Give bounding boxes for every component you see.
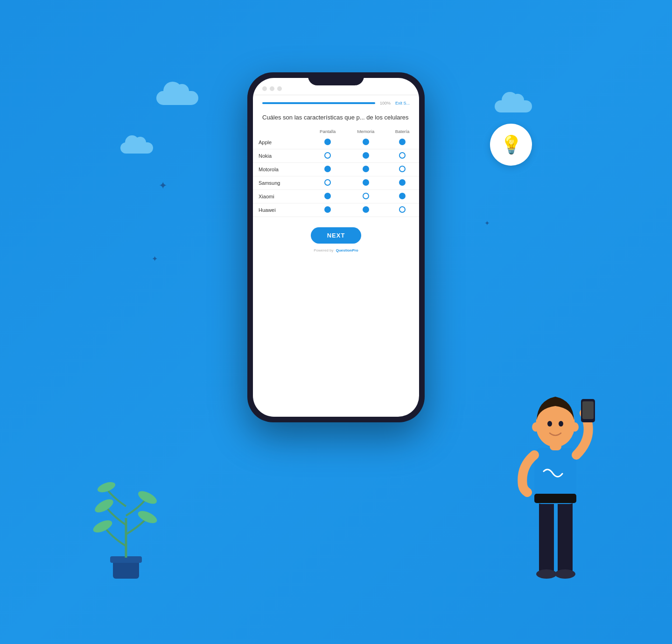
brand-cell: Xiaomi	[253, 189, 309, 203]
bateria-cell[interactable]	[385, 149, 419, 162]
phone-notch	[308, 72, 364, 85]
radio-empty-icon	[324, 179, 331, 186]
brand-cell: Apple	[253, 136, 309, 149]
pantalla-cell[interactable]	[309, 149, 346, 162]
table-row: Samsung	[253, 176, 419, 189]
svg-rect-7	[539, 499, 554, 574]
bateria-cell[interactable]	[385, 176, 419, 189]
radio-filled-icon	[363, 166, 369, 172]
svg-point-17	[559, 421, 563, 427]
person-illustration	[499, 355, 611, 597]
memoria-cell[interactable]	[346, 136, 385, 149]
table-row: Apple	[253, 136, 419, 149]
pantalla-cell[interactable]	[309, 162, 346, 176]
svg-point-16	[547, 421, 552, 427]
radio-filled-icon	[363, 179, 369, 186]
pantalla-cell[interactable]	[309, 203, 346, 217]
svg-point-18	[532, 422, 539, 432]
radio-filled-icon	[399, 179, 406, 186]
cloud-1	[156, 91, 198, 105]
exit-button[interactable]: Exit S...	[395, 101, 410, 105]
lightbulb-bubble: 💡	[490, 124, 532, 166]
bateria-cell[interactable]	[385, 136, 419, 149]
brand-cell: Motorola	[253, 162, 309, 176]
bateria-cell[interactable]	[385, 162, 419, 176]
radio-filled-icon	[324, 139, 331, 145]
cloud-2	[120, 142, 153, 154]
table-row: Xiaomi	[253, 189, 419, 203]
sparkle-2: ✦	[152, 254, 158, 263]
dot-1	[262, 86, 267, 91]
radio-empty-icon	[399, 166, 406, 172]
memoria-cell[interactable]	[346, 189, 385, 203]
col-header-brand	[253, 127, 309, 136]
svg-point-5	[136, 509, 159, 526]
svg-rect-8	[558, 499, 573, 574]
col-header-pantalla: Pantalla	[309, 127, 346, 136]
radio-filled-icon	[363, 139, 369, 145]
svg-rect-20	[534, 494, 576, 503]
next-button[interactable]: NEXT	[311, 227, 362, 244]
pantalla-cell[interactable]	[309, 136, 346, 149]
svg-point-19	[571, 422, 579, 432]
memoria-cell[interactable]	[346, 203, 385, 217]
radio-empty-icon	[399, 152, 406, 159]
svg-point-6	[136, 489, 159, 506]
bateria-cell[interactable]	[385, 189, 419, 203]
radio-filled-icon	[324, 193, 331, 199]
plant-decoration	[89, 453, 163, 583]
dot-3	[277, 86, 282, 91]
powered-by-section: Powered by QuestionPro	[253, 248, 419, 258]
svg-point-4	[96, 480, 117, 495]
table-row: Nokia	[253, 149, 419, 162]
radio-filled-icon	[399, 139, 406, 145]
radio-filled-icon	[363, 206, 369, 213]
table-row: Huawei	[253, 203, 419, 217]
svg-point-9	[536, 569, 557, 579]
phone-screen: 100% Exit S... Cuáles son las caracterís…	[253, 78, 419, 417]
powered-by-text: Powered by	[314, 248, 333, 252]
progress-label: 100%	[380, 101, 391, 105]
phone-mockup: 100% Exit S... Cuáles son las caracterís…	[247, 72, 425, 422]
svg-point-3	[93, 497, 115, 515]
radio-filled-icon	[363, 152, 369, 159]
svg-point-10	[555, 569, 575, 579]
radio-filled-icon	[324, 166, 331, 172]
table-row: Motorola	[253, 162, 419, 176]
pantalla-cell[interactable]	[309, 176, 346, 189]
brand-cell: Nokia	[253, 149, 309, 162]
radio-empty-icon	[324, 152, 331, 159]
sparkle-3: ✦	[484, 219, 490, 227]
progress-bar-fill	[262, 102, 375, 104]
questionpro-logo: QuestionPro	[336, 248, 358, 252]
svg-point-2	[91, 518, 114, 535]
svg-rect-13	[582, 401, 594, 419]
progress-bar-wrapper	[262, 102, 375, 104]
lightbulb-icon: 💡	[500, 134, 522, 155]
question-text: Cuáles son las características que p... …	[253, 105, 419, 127]
memoria-cell[interactable]	[346, 162, 385, 176]
memoria-cell[interactable]	[346, 149, 385, 162]
brand-cell: Huawei	[253, 203, 309, 217]
sparkle-1: ✦	[159, 180, 167, 192]
cloud-3	[495, 100, 532, 112]
dot-2	[270, 86, 274, 91]
radio-empty-icon	[363, 193, 369, 199]
col-header-bateria: Batería	[385, 127, 419, 136]
radio-filled-icon	[324, 206, 331, 213]
pantalla-cell[interactable]	[309, 189, 346, 203]
brand-cell: Samsung	[253, 176, 309, 189]
progress-section: 100% Exit S...	[253, 95, 419, 105]
radio-filled-icon	[399, 193, 406, 199]
col-header-memoria: Memoria	[346, 127, 385, 136]
matrix-table: Pantalla Memoria Batería AppleNokiaMotor…	[253, 127, 419, 217]
memoria-cell[interactable]	[346, 176, 385, 189]
bateria-cell[interactable]	[385, 203, 419, 217]
radio-empty-icon	[399, 206, 406, 213]
